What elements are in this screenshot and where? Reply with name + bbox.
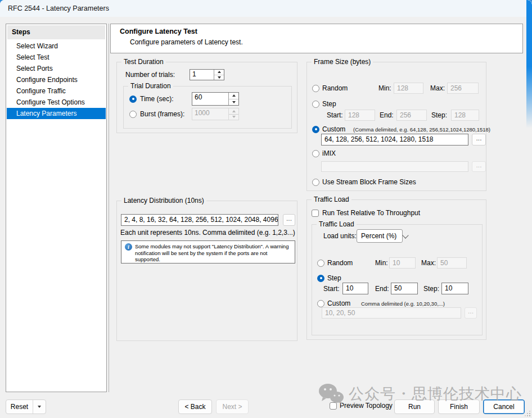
latency-distribution-group: Latency Distribution (10ns) 2, 4, 8, 16,… [116, 201, 297, 341]
sidebar-item-select-wizard[interactable]: Select Wizard [7, 40, 106, 52]
page-header: Configure Latency Test Configure paramet… [110, 24, 523, 53]
spin-down-icon[interactable] [214, 75, 224, 80]
title-bar[interactable]: RFC 2544 - Latency Parameters [0, 0, 532, 17]
fs-start-field: 128 [345, 110, 375, 121]
fs-custom-browse-button[interactable]: ... [472, 134, 486, 146]
tl-custom-field: 10, 20, 50 [322, 307, 461, 319]
time-value[interactable]: 60 [192, 93, 228, 105]
tl-random-label: Random [327, 259, 375, 267]
fs-imix-field [321, 161, 468, 172]
steps-header: Steps [7, 25, 105, 39]
relative-throughput-label: Run Test Relative To Throughput [322, 209, 420, 217]
preview-topology-checkbox[interactable] [330, 402, 337, 410]
fs-custom-radio[interactable] [312, 126, 319, 133]
sidebar-item-latency-parameters[interactable]: Latency Parameters [7, 108, 106, 119]
back-button[interactable]: < Back [178, 399, 212, 414]
sidebar-item-select-ports[interactable]: Select Ports [7, 63, 106, 74]
tl-end-field[interactable]: 50 [391, 283, 418, 294]
latency-distribution-field[interactable]: 2, 4, 8, 16, 32, 64, 128, 256, 512, 1024… [121, 214, 278, 226]
fs-custom-hint: (Comma delimited, e.g. 64,128, 256,512,1… [353, 126, 490, 133]
fs-custom-field[interactable]: 64, 128, 256, 512, 1024, 1280, 1518 [321, 134, 468, 146]
fs-streamblock-radio[interactable] [312, 179, 319, 186]
fs-start-label: Start: [327, 111, 345, 119]
sidebar-item-configure-test-options[interactable]: Configure Test Options [7, 97, 106, 108]
run-button[interactable]: Run [394, 399, 435, 414]
reset-button[interactable]: Reset [6, 400, 33, 414]
time-spinner[interactable]: 60 [192, 92, 239, 106]
frame-size-group-label: Frame Size (bytes) [312, 58, 373, 66]
fs-step-label: Step [322, 100, 336, 108]
steps-panel: Steps Select Wizard Select Test Select P… [6, 24, 107, 392]
spin-down-icon [229, 115, 238, 120]
tl-start-field[interactable]: 10 [342, 283, 368, 294]
burst-value: 1000 [192, 108, 228, 120]
panel-divider [109, 24, 109, 392]
fs-imix-browse-button: ... [472, 161, 486, 172]
fs-min-label: Min: [378, 84, 394, 92]
fs-step-radio[interactable] [312, 101, 319, 108]
spin-up-icon[interactable] [229, 93, 238, 99]
next-button: Next > [216, 399, 249, 414]
fs-stepsize-label: Step: [431, 111, 451, 119]
spin-up-icon[interactable] [214, 70, 224, 75]
latency-info-text: Some modules may not support "Latency Di… [135, 243, 291, 261]
trial-duration-group: Trial Duration Time (sec): 60 Burst (fra… [123, 86, 292, 129]
fs-max-field: 256 [447, 83, 479, 94]
time-label: Time (sec): [140, 95, 192, 103]
fs-stepsize-field: 128 [451, 110, 479, 121]
chevron-down-icon [403, 232, 409, 238]
reset-dropdown-arrow[interactable] [33, 400, 46, 414]
latency-distribution-browse-button[interactable]: ... [283, 214, 295, 226]
scrollbar-thumb[interactable] [526, 0, 532, 128]
dialog-window: RFC 2544 - Latency Parameters Steps Sele… [0, 0, 532, 418]
reset-split-button[interactable]: Reset [6, 399, 46, 414]
traffic-load-inner-group: Traffic Load Load units: Percent (%) Ran… [312, 224, 483, 335]
burst-spin-buttons [228, 108, 238, 120]
page-subtitle: Configure parameters of Latency test. [130, 38, 243, 46]
fs-streamblock-label: Use Stream Block Frame Sizes [322, 178, 416, 186]
fs-random-radio[interactable] [312, 85, 319, 92]
trials-spin-buttons[interactable] [214, 70, 224, 80]
tl-custom-browse-button: ... [465, 307, 477, 319]
fs-end-field: 256 [396, 110, 427, 121]
tl-stepsize-field[interactable]: 10 [441, 283, 468, 294]
burst-label: Burst (frames): [140, 110, 192, 118]
info-icon: i [125, 243, 132, 251]
frame-size-group: Frame Size (bytes) Random Min: 128 Max: … [306, 62, 486, 191]
tl-step-radio[interactable] [317, 275, 324, 282]
tl-end-label: End: [375, 285, 391, 293]
relative-throughput-checkbox[interactable] [312, 210, 319, 217]
tl-min-field: 10 [389, 257, 416, 269]
spin-down-icon[interactable] [229, 99, 238, 106]
fs-custom-label: Custom [322, 125, 353, 133]
time-spin-buttons[interactable] [228, 93, 238, 105]
cancel-button[interactable]: Cancel [483, 399, 525, 414]
window-title: RFC 2544 - Latency Parameters [8, 4, 109, 12]
load-units-label: Load units: [323, 232, 357, 240]
latency-distribution-group-label: Latency Distribution (10ns) [121, 197, 206, 205]
traffic-load-inner-label: Traffic Load [317, 220, 357, 229]
trials-label: Number of trials: [125, 71, 190, 79]
page-title: Configure Latency Test [120, 28, 197, 35]
sidebar-item-configure-endpoints[interactable]: Configure Endpoints [7, 74, 106, 85]
latency-distribution-hint: Each unit represents 10ns. Comma delimit… [120, 229, 295, 237]
burst-radio[interactable] [129, 111, 137, 118]
resize-grip[interactable] [524, 410, 531, 417]
traffic-load-group: Traffic Load Run Test Relative To Throug… [306, 199, 486, 340]
tl-custom-radio[interactable] [317, 300, 324, 307]
sidebar-item-configure-traffic[interactable]: Configure Traffic [7, 85, 106, 97]
load-units-dropdown[interactable]: Percent (%) [357, 229, 403, 243]
tl-custom-hint: Comma delimited (e.g. 10,20,30,...) [361, 301, 445, 307]
fs-imix-label: iMIX [322, 149, 336, 157]
finish-button[interactable]: Finish [438, 399, 480, 414]
fs-imix-radio[interactable] [312, 150, 319, 157]
tl-max-field: 50 [437, 257, 467, 269]
trials-value[interactable]: 1 [190, 70, 214, 80]
burst-spinner: 1000 [192, 108, 239, 120]
test-duration-group: Test Duration Number of trials: 1 Trial … [116, 62, 297, 133]
trials-spinner[interactable]: 1 [190, 69, 224, 80]
time-radio[interactable] [129, 96, 137, 103]
latency-info-box: i Some modules may not support "Latency … [121, 240, 295, 263]
sidebar-item-select-test[interactable]: Select Test [7, 52, 106, 63]
tl-random-radio[interactable] [317, 260, 324, 267]
